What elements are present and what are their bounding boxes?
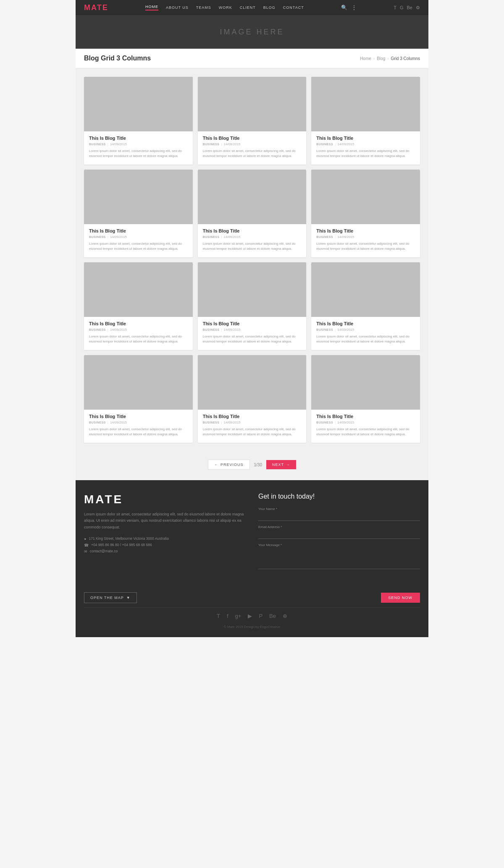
next-button[interactable]: NEXT → [266,460,296,469]
nav-blog[interactable]: BLOG [263,5,276,10]
facebook-footer-icon[interactable]: f [227,613,228,619]
footer-form-col: Get in touch today! Your Name * Email Ad… [258,493,420,575]
rss-footer-icon[interactable]: ⊕ [283,613,287,619]
blog-card-meta: BUSINESS | 14/09/2015 [203,142,302,146]
blog-card[interactable]: This Is Blog Title BUSINESS | 14/09/2015… [84,262,193,350]
blog-category: BUSINESS [89,328,106,331]
blog-category: BUSINESS [316,235,333,238]
nav-home[interactable]: HOME [145,5,158,10]
open-map-button[interactable]: OPEN THE MAP ▼ [84,592,137,603]
nav-teams[interactable]: TEAMS [196,5,211,10]
blog-excerpt: Lorem ipsum dolor sit amet, consectetur … [203,427,302,437]
meta-sep: | [335,421,336,424]
hero-placeholder: IMAGE HERE [220,28,284,37]
blog-card-title: This Is Blog Title [203,321,302,326]
breadcrumb-home[interactable]: Home [360,56,371,61]
footer-contact-info: ● 171 King Street, Melbourne Victoria 30… [84,536,246,554]
blog-card-content: This Is Blog Title BUSINESS | 14/09/2015… [311,224,420,257]
blog-card-title: This Is Blog Title [316,414,415,419]
blog-excerpt: Lorem ipsum dolor sit amet, consectetur … [89,334,188,344]
blog-card[interactable]: This Is Blog Title BUSINESS | 14/09/2015… [198,77,307,165]
blog-card-content: This Is Blog Title BUSINESS | 14/09/2015… [311,131,420,165]
google-icon[interactable]: G [400,5,404,10]
footer-email: ✉ contact@mate.co [84,549,246,554]
blog-card[interactable]: This Is Blog Title BUSINESS | 14/09/2015… [84,77,193,165]
behance-icon[interactable]: Be [407,5,412,10]
more-icon[interactable]: ⋮ [352,5,357,10]
blog-card-image [84,355,193,410]
name-input[interactable] [258,513,420,521]
message-input[interactable] [258,548,420,569]
search-icon[interactable]: 🔍 [341,5,347,10]
blog-card[interactable]: This Is Blog Title BUSINESS | 14/09/2015… [198,170,307,257]
hero-section: IMAGE HERE [76,15,428,49]
send-button[interactable]: SEND NOW [381,593,420,603]
nav-client[interactable]: CLIENT [240,5,256,10]
twitter-icon[interactable]: T [394,5,396,10]
pagination-info: 1/30 [254,463,262,467]
prev-button[interactable]: ← PREVIOUS [208,460,250,470]
blog-date: 14/09/2015 [337,142,354,146]
footer-description: Lorem ipsum dolor sit amet, consectetur … [84,511,246,531]
blog-card[interactable]: This Is Blog Title BUSINESS | 14/09/2015… [311,77,420,165]
blog-card-meta: BUSINESS | 14/09/2015 [203,421,302,424]
blog-category: BUSINESS [316,328,333,331]
settings-icon[interactable]: ⚙ [416,5,420,10]
blog-date: 14/09/2015 [224,142,241,146]
blog-card-title: This Is Blog Title [203,414,302,419]
blog-card-image [311,355,420,410]
blog-card[interactable]: This Is Blog Title BUSINESS | 14/09/2015… [311,355,420,443]
blog-card-image [84,170,193,224]
blog-category: BUSINESS [203,328,220,331]
pinterest-footer-icon[interactable]: P [259,613,262,619]
meta-sep: | [221,328,222,332]
blog-card[interactable]: This Is Blog Title BUSINESS | 14/09/2015… [311,170,420,257]
behance-footer-icon[interactable]: Be [269,613,276,619]
pagination: ← PREVIOUS 1/30 NEXT → [76,451,428,480]
blog-card-content: This Is Blog Title BUSINESS | 14/09/2015… [84,224,193,257]
breadcrumb-blog[interactable]: Blog [377,56,385,61]
youtube-footer-icon[interactable]: ▶ [248,613,252,619]
blog-card-meta: BUSINESS | 14/09/2015 [89,235,188,239]
message-label: Your Message * [258,543,420,547]
nav-contact[interactable]: CONTACT [283,5,304,10]
blog-card-image [311,77,420,131]
prev-label: PREVIOUS [220,463,244,467]
blog-date: 14/09/2015 [337,235,354,239]
email-text: contact@mate.co [90,549,118,553]
blog-card[interactable]: This Is Blog Title BUSINESS | 14/09/2015… [198,355,307,443]
blog-card-meta: BUSINESS | 14/09/2015 [203,328,302,332]
logo[interactable]: MATE [84,3,108,12]
blog-card-meta: BUSINESS | 14/09/2015 [316,142,415,146]
message-field-group: Your Message * [258,543,420,571]
blog-grid: This Is Blog Title BUSINESS | 14/09/2015… [84,77,420,443]
blog-card-title: This Is Blog Title [316,321,415,326]
meta-sep: | [335,235,336,239]
blog-card[interactable]: This Is Blog Title BUSINESS | 14/09/2015… [84,355,193,443]
blog-excerpt: Lorem ipsum dolor sit amet, consectetur … [203,149,302,159]
email-label: Email Address * [258,525,420,529]
blog-category: BUSINESS [316,143,333,146]
location-icon: ● [84,537,86,541]
blog-date: 14/09/2015 [337,421,354,424]
twitter-footer-icon[interactable]: T [217,613,220,619]
footer-address: ● 171 King Street, Melbourne Victoria 30… [84,536,246,541]
form-heading: Get in touch today! [258,493,420,500]
blog-card-image [311,262,420,317]
blog-card-title: This Is Blog Title [316,228,415,233]
blog-card-content: This Is Blog Title BUSINESS | 14/09/2015… [198,410,307,443]
address-text: 171 King Street, Melbourne Victoria 3000… [89,536,168,541]
email-input[interactable] [258,531,420,539]
nav-about[interactable]: ABOUT US [166,5,189,10]
googleplus-footer-icon[interactable]: g+ [235,613,242,619]
blog-card[interactable]: This Is Blog Title BUSINESS | 14/09/2015… [84,170,193,257]
header-icon-group: 🔍 ⋮ [341,5,357,10]
blog-card-meta: BUSINESS | 14/09/2015 [316,421,415,424]
nav-work[interactable]: WORK [219,5,232,10]
blog-card[interactable]: This Is Blog Title BUSINESS | 14/09/2015… [311,262,420,350]
blog-card-content: This Is Blog Title BUSINESS | 14/09/2015… [198,317,307,350]
main-nav: HOME ABOUT US TEAMS WORK CLIENT BLOG CON… [145,5,304,10]
blog-card-meta: BUSINESS | 14/09/2015 [89,328,188,332]
meta-sep: | [221,235,222,239]
blog-card[interactable]: This Is Blog Title BUSINESS | 14/09/2015… [198,262,307,350]
